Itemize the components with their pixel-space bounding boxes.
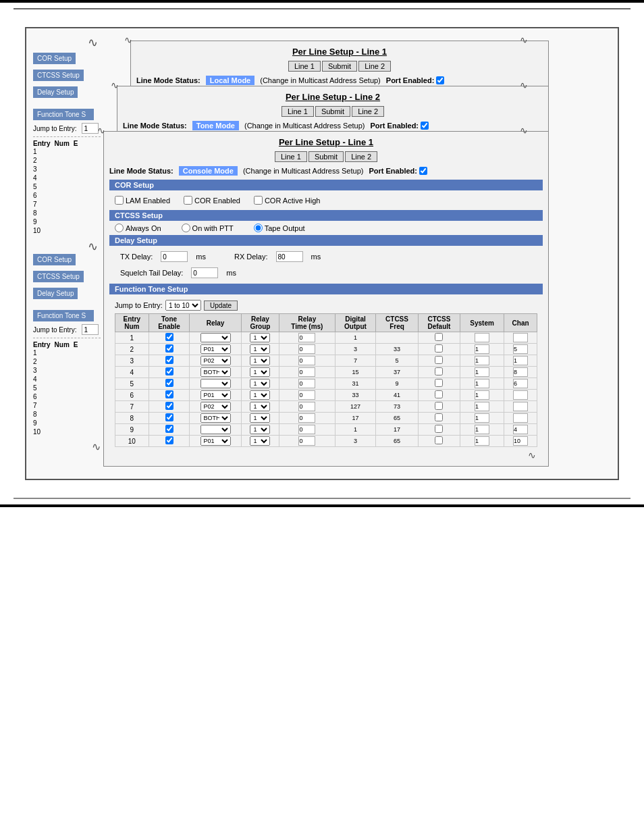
row-2-time-input[interactable] xyxy=(298,344,315,354)
row-7-chan-input[interactable] xyxy=(513,402,528,411)
row-6-default-check[interactable] xyxy=(435,390,443,398)
cor-active-high-label[interactable]: COR Active High xyxy=(254,196,321,205)
row-7-enable-check[interactable] xyxy=(165,402,173,410)
row-10-time-input[interactable] xyxy=(298,436,315,446)
row-5-relay-select[interactable]: P01P02BOTH xyxy=(200,379,231,388)
row-3-enable-check[interactable] xyxy=(165,356,173,364)
function-tone-btn-1[interactable]: Function Tone S xyxy=(33,109,94,120)
tape-output-radio[interactable] xyxy=(254,224,263,232)
row-6-chan-input[interactable] xyxy=(513,390,528,400)
window2-line2-btn[interactable]: Line 2 xyxy=(352,106,384,117)
row-7-relay-select[interactable]: P01P02BOTH xyxy=(200,402,231,411)
row-4-chan-input[interactable] xyxy=(513,367,528,377)
window1-line1-btn[interactable]: Line 1 xyxy=(288,61,321,72)
row-9-group-select[interactable]: 123 xyxy=(250,425,270,434)
row-2-system-input[interactable] xyxy=(475,344,489,354)
jump-to-entry-select[interactable]: 1 to 10 xyxy=(165,300,201,311)
squelch-input[interactable] xyxy=(191,267,218,278)
row-2-relay-select[interactable]: P01P02BOTH xyxy=(200,344,231,354)
row-4-group-select[interactable]: 123 xyxy=(250,367,270,377)
row-1-enable-check[interactable] xyxy=(165,333,173,341)
row-1-group-select[interactable]: 123 xyxy=(250,333,270,342)
window3-submit-btn[interactable]: Submit xyxy=(308,151,344,162)
row-3-default-check[interactable] xyxy=(435,356,443,364)
row-5-time-input[interactable] xyxy=(298,379,315,388)
row-5-chan-input[interactable] xyxy=(513,379,528,388)
row-1-system-input[interactable] xyxy=(475,333,489,342)
row-9-chan-input[interactable] xyxy=(513,425,528,434)
row-4-default-check[interactable] xyxy=(435,367,443,375)
row-6-time-input[interactable] xyxy=(298,390,315,400)
row-8-default-check[interactable] xyxy=(435,413,443,421)
on-with-ptt-label[interactable]: On with PTT xyxy=(182,224,234,232)
row-3-group-select[interactable]: 123 xyxy=(250,356,270,365)
cor-enabled-label[interactable]: COR Enabled xyxy=(184,196,240,205)
row-4-enable-check[interactable] xyxy=(165,367,173,375)
row-5-default-check[interactable] xyxy=(435,379,443,387)
row-7-system-input[interactable] xyxy=(475,402,489,411)
row-9-relay-select[interactable]: P01P02BOTH xyxy=(200,425,231,434)
row-4-time-input[interactable] xyxy=(298,367,315,377)
row-6-group-select[interactable]: 123 xyxy=(250,390,270,400)
row-1-chan-input[interactable] xyxy=(513,333,528,342)
lam-enabled-check[interactable] xyxy=(115,196,124,205)
window1-line2-btn[interactable]: Line 2 xyxy=(358,61,391,72)
window1-submit-btn[interactable]: Submit xyxy=(322,61,357,72)
function-tone-btn-2[interactable]: Function Tone S xyxy=(33,310,94,321)
row-10-enable-check[interactable] xyxy=(165,436,173,444)
row-5-enable-check[interactable] xyxy=(165,379,173,387)
row-1-default-check[interactable] xyxy=(435,333,443,341)
ctcss-setup-btn-2[interactable]: CTCSS Setup xyxy=(33,271,84,282)
row-6-relay-select[interactable]: P01P02BOTH xyxy=(200,390,231,400)
always-on-label[interactable]: Always On xyxy=(115,224,161,232)
row-3-relay-select[interactable]: P01P02BOTH xyxy=(200,356,231,365)
row-8-group-select[interactable]: 123 xyxy=(250,413,270,423)
row-6-enable-check[interactable] xyxy=(165,390,173,398)
window2-port-checkbox[interactable] xyxy=(421,122,429,130)
row-2-enable-check[interactable] xyxy=(165,344,173,353)
row-9-enable-check[interactable] xyxy=(165,425,173,433)
row-7-group-select[interactable]: 123 xyxy=(250,402,270,411)
row-3-system-input[interactable] xyxy=(475,356,489,365)
update-button[interactable]: Update xyxy=(204,301,238,311)
row-9-default-check[interactable] xyxy=(435,425,443,433)
row-10-chan-input[interactable] xyxy=(513,436,528,446)
cor-setup-btn-2[interactable]: COR Setup xyxy=(33,254,76,265)
on-with-ptt-radio[interactable] xyxy=(182,224,190,232)
row-9-system-input[interactable] xyxy=(475,425,489,434)
row-1-time-input[interactable] xyxy=(298,333,315,342)
always-on-radio[interactable] xyxy=(115,224,124,232)
cor-enabled-check[interactable] xyxy=(184,196,192,205)
row-5-system-input[interactable] xyxy=(475,379,489,388)
row-10-system-input[interactable] xyxy=(475,436,489,446)
window2-submit-btn[interactable]: Submit xyxy=(315,106,350,117)
row-3-time-input[interactable] xyxy=(298,356,315,365)
tape-output-label[interactable]: Tape Output xyxy=(254,224,305,232)
row-4-system-input[interactable] xyxy=(475,367,489,377)
row-7-time-input[interactable] xyxy=(298,402,315,411)
row-7-default-check[interactable] xyxy=(435,402,443,410)
row-8-time-input[interactable] xyxy=(298,413,315,423)
cor-setup-btn-1[interactable]: COR Setup xyxy=(33,53,76,64)
row-4-relay-select[interactable]: P01P02BOTH xyxy=(200,367,231,377)
jump-input-1[interactable] xyxy=(82,123,99,134)
row-3-chan-input[interactable] xyxy=(513,356,528,365)
rx-delay-input[interactable] xyxy=(276,251,303,262)
tx-delay-input[interactable] xyxy=(161,251,188,262)
row-6-system-input[interactable] xyxy=(475,390,489,400)
row-10-relay-select[interactable]: P01P02BOTH xyxy=(200,436,231,446)
row-5-group-select[interactable]: 123 xyxy=(250,379,270,388)
row-10-default-check[interactable] xyxy=(435,436,443,444)
row-9-time-input[interactable] xyxy=(298,425,315,434)
row-2-default-check[interactable] xyxy=(435,344,443,353)
window3-line1-btn[interactable]: Line 1 xyxy=(275,151,307,162)
window2-line1-btn[interactable]: Line 1 xyxy=(281,106,314,117)
delay-setup-btn-1[interactable]: Delay Setup xyxy=(33,86,78,98)
jump-input-2[interactable] xyxy=(82,324,99,335)
delay-setup-btn-2[interactable]: Delay Setup xyxy=(33,288,78,299)
window3-port-checkbox[interactable] xyxy=(419,167,427,175)
window1-port-checkbox[interactable] xyxy=(436,76,444,84)
lam-enabled-label[interactable]: LAM Enabled xyxy=(115,196,170,205)
cor-active-high-check[interactable] xyxy=(254,196,263,205)
row-8-relay-select[interactable]: P01P02BOTH xyxy=(200,413,231,423)
